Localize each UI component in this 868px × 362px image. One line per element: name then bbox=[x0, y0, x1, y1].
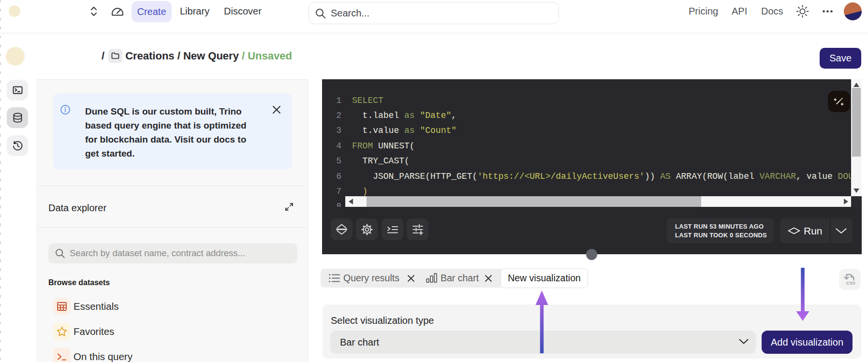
svg-text:CSV: CSV bbox=[846, 281, 855, 286]
